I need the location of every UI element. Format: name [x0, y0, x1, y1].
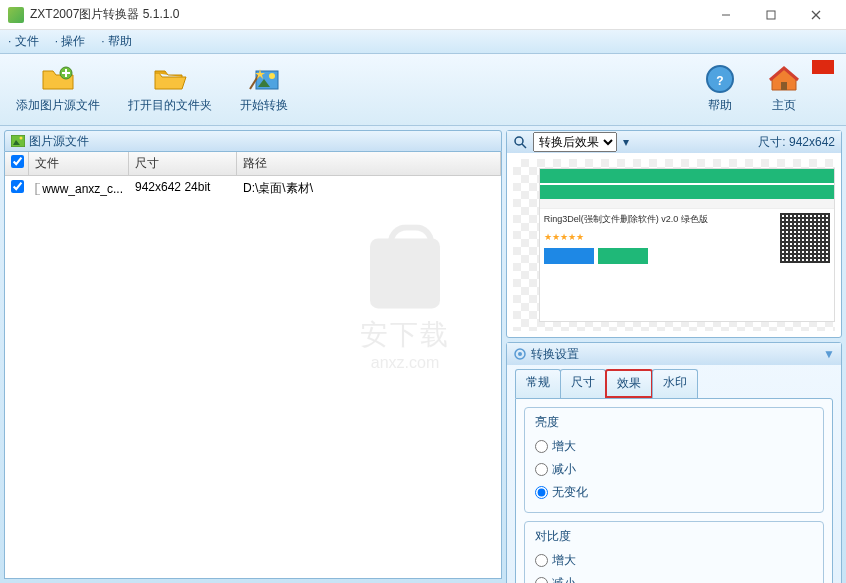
- home-icon: [766, 65, 802, 93]
- settings-header[interactable]: 转换设置 ▼: [507, 343, 841, 365]
- brightness-increase[interactable]: 增大: [535, 435, 813, 458]
- tab-general[interactable]: 常规: [515, 369, 561, 398]
- app-icon: [8, 7, 24, 23]
- svg-point-14: [20, 137, 23, 140]
- brightness-group: 亮度 增大 减小 无变化: [524, 407, 824, 513]
- minimize-button[interactable]: [703, 1, 748, 29]
- open-dest-label: 打开目的文件夹: [128, 97, 212, 114]
- col-checkbox[interactable]: [5, 152, 29, 175]
- settings-panel: 转换设置 ▼ 常规 尺寸 效果 水印 亮度 增大 减小 无变化 对比度 增大: [506, 342, 842, 583]
- file-size: 942x642 24bit: [129, 178, 237, 199]
- col-path[interactable]: 路径: [237, 152, 501, 175]
- help-label: 帮助: [708, 97, 732, 114]
- flag-icon[interactable]: [812, 60, 834, 74]
- svg-rect-13: [11, 135, 25, 147]
- svg-rect-15: [36, 183, 40, 195]
- thumb-title: Ring3Del(强制文件删除软件) v2.0 绿色版: [544, 213, 776, 226]
- rating-stars: ★★★★★: [544, 232, 776, 242]
- contrast-decrease[interactable]: 减小: [535, 572, 813, 583]
- maximize-button[interactable]: [748, 1, 793, 29]
- gear-icon: [513, 347, 527, 361]
- qr-code: [780, 213, 830, 263]
- folder-open-icon: [152, 65, 188, 93]
- settings-title: 转换设置: [531, 346, 579, 363]
- main-area: 图片源文件 文件 尺寸 路径 www_anxz_c... 942x642 24b…: [0, 126, 846, 583]
- contrast-label: 对比度: [535, 528, 813, 545]
- brightness-decrease[interactable]: 减小: [535, 458, 813, 481]
- preview-panel: 转换后效果 ▾ 尺寸: 942x642 Ring3Del(强制文件删除软件) v…: [506, 130, 842, 338]
- svg-line-17: [522, 144, 526, 148]
- add-source-label: 添加图片源文件: [16, 97, 100, 114]
- window-title: ZXT2007图片转换器 5.1.1.0: [30, 6, 703, 23]
- home-label: 主页: [772, 97, 796, 114]
- help-icon: ?: [702, 65, 738, 93]
- collapse-icon[interactable]: ▼: [823, 347, 835, 361]
- contrast-increase[interactable]: 增大: [535, 549, 813, 572]
- preview-size-label: 尺寸: 942x642: [758, 134, 835, 151]
- comment-button-thumb: [598, 248, 648, 264]
- header-checkbox[interactable]: [11, 155, 24, 168]
- tab-size[interactable]: 尺寸: [560, 369, 606, 398]
- svg-point-16: [515, 137, 523, 145]
- settings-tabs: 常规 尺寸 效果 水印: [507, 365, 841, 398]
- chevron-down-icon: ▾: [623, 135, 629, 149]
- table-row[interactable]: www_anxz_c... 942x642 24bit D:\桌面\素材\: [5, 176, 501, 201]
- menu-help[interactable]: 帮助: [101, 33, 132, 50]
- file-icon: [35, 183, 40, 195]
- col-size[interactable]: 尺寸: [129, 152, 237, 175]
- left-panel: 图片源文件 文件 尺寸 路径 www_anxz_c... 942x642 24b…: [4, 130, 502, 579]
- svg-rect-1: [767, 11, 775, 19]
- close-button[interactable]: [793, 1, 838, 29]
- contrast-group: 对比度 增大 减小 无变化: [524, 521, 824, 583]
- tab-watermark[interactable]: 水印: [652, 369, 698, 398]
- svg-point-8: [269, 73, 275, 79]
- preview-toolbar: 转换后效果 ▾ 尺寸: 942x642: [507, 131, 841, 153]
- open-dest-button[interactable]: 打开目的文件夹: [128, 65, 212, 114]
- col-file[interactable]: 文件: [29, 152, 129, 175]
- preview-thumbnail: Ring3Del(强制文件删除软件) v2.0 绿色版 ★★★★★: [539, 168, 835, 323]
- start-convert-button[interactable]: 开始转换: [240, 65, 288, 114]
- titlebar: ZXT2007图片转换器 5.1.1.0: [0, 0, 846, 30]
- download-button-thumb: [544, 248, 594, 264]
- brightness-nochange[interactable]: 无变化: [535, 481, 813, 504]
- file-list: 文件 尺寸 路径 www_anxz_c... 942x642 24bit D:\…: [4, 152, 502, 579]
- home-button[interactable]: 主页: [766, 65, 802, 114]
- source-panel-title: 图片源文件: [29, 133, 89, 150]
- svg-point-19: [518, 352, 522, 356]
- preview-image: Ring3Del(强制文件删除软件) v2.0 绿色版 ★★★★★: [513, 159, 835, 331]
- right-panel: 转换后效果 ▾ 尺寸: 942x642 Ring3Del(强制文件删除软件) v…: [506, 130, 842, 579]
- brightness-label: 亮度: [535, 414, 813, 431]
- start-convert-label: 开始转换: [240, 97, 288, 114]
- menu-operate[interactable]: 操作: [55, 33, 86, 50]
- preview-mode-select[interactable]: 转换后效果: [533, 132, 617, 152]
- add-source-button[interactable]: 添加图片源文件: [16, 65, 100, 114]
- file-path: D:\桌面\素材\: [237, 178, 501, 199]
- list-header: 文件 尺寸 路径: [5, 152, 501, 176]
- tab-content-effect: 亮度 增大 减小 无变化 对比度 增大 减小 无变化: [515, 398, 833, 583]
- menu-file[interactable]: 文件: [8, 33, 39, 50]
- image-icon: [11, 135, 25, 147]
- help-button[interactable]: ? 帮助: [702, 65, 738, 114]
- row-checkbox[interactable]: [11, 180, 24, 193]
- magnifier-icon[interactable]: [513, 135, 527, 149]
- file-name: www_anxz_c...: [42, 182, 123, 196]
- tab-effect[interactable]: 效果: [605, 369, 653, 398]
- folder-plus-icon: [40, 65, 76, 93]
- source-panel-header: 图片源文件: [4, 130, 502, 152]
- svg-rect-12: [781, 82, 787, 90]
- menubar: 文件 操作 帮助: [0, 30, 846, 54]
- toolbar: 添加图片源文件 打开目的文件夹 开始转换 ? 帮助 主页: [0, 54, 846, 126]
- svg-text:?: ?: [716, 74, 723, 88]
- wand-image-icon: [246, 65, 282, 93]
